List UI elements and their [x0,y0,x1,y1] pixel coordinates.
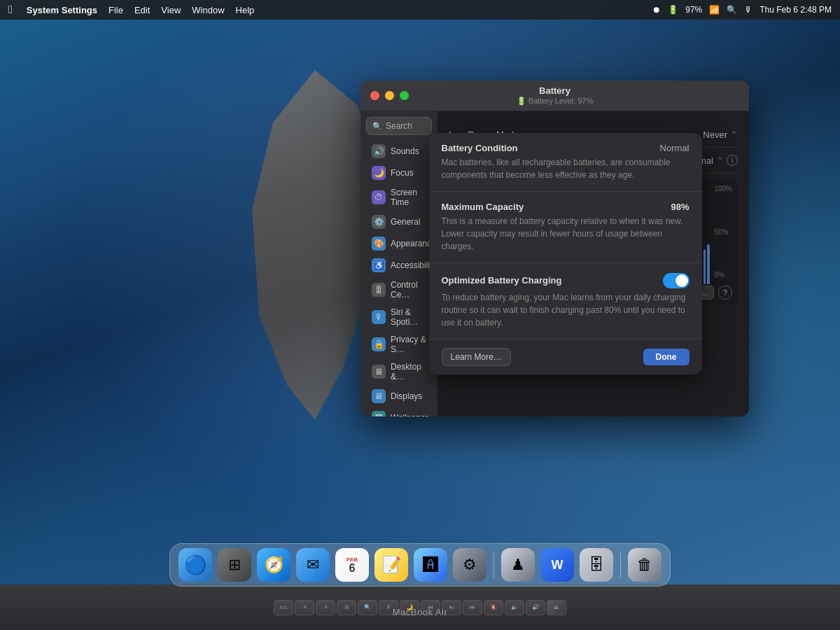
dock-item-word[interactable]: W [540,548,574,582]
close-button[interactable] [370,91,379,100]
privacy-icon: 🔒 [372,337,386,351]
sidebar-search-icon: 🔍 [372,122,382,131]
chart-bar-63 [707,244,710,284]
sidebar-item-accessibility[interactable]: ♿ Accessibility [365,255,433,276]
dock-item-trash[interactable]: 🗑 [628,548,662,582]
mail-icon: ✉ [307,556,319,574]
key-f11[interactable]: 🔉 [505,600,524,615]
dock-item-db[interactable]: 🗄 [580,548,613,582]
key-f1[interactable]: ☀ [295,600,314,615]
battery-menu-icon[interactable]: 🔋 [668,5,678,15]
dock-divider [493,552,494,578]
learn-more-button[interactable]: Learn More… [442,348,511,366]
search-menubar-icon[interactable]: 🔍 [727,5,737,15]
maximum-capacity-section: Maximum Capacity 98% This is a measure o… [429,192,702,263]
finder-icon: 🔵 [184,554,206,576]
maximum-capacity-desc: This is a measure of battery capacity re… [442,215,690,253]
menubar-time: Thu Feb 6 2:48 PM [760,5,832,15]
maximum-capacity-header: Maximum Capacity 98% [442,202,690,212]
menubar-app-name[interactable]: System Settings [27,5,97,15]
battery-condition-value: Normal [660,143,690,153]
chart-y-50: 50% [714,228,732,236]
dock-item-launchpad[interactable]: ⊞ [218,548,251,582]
key-f12[interactable]: 🔊 [526,600,545,615]
siri-icon[interactable]: 🎙 [744,5,752,15]
sidebar-item-general-label: General [391,217,421,227]
low-power-mode-value[interactable]: Never ⌃ [703,130,738,140]
controlcenter-icon: 🎛 [372,283,386,297]
launchpad-icon: ⊞ [228,556,241,574]
dock-item-finder[interactable]: 🔵 [178,548,212,582]
menubar-edit[interactable]: Edit [134,5,150,15]
dock-item-safari[interactable]: 🧭 [257,548,290,582]
optimized-charging-toggle[interactable] [663,273,690,288]
chart-y-0: 0% [714,271,732,279]
sidebar-search-input[interactable]: Search [386,121,412,131]
sidebar-item-wallpaper-label: Wallpaper [391,413,428,416]
calendar-day-icon: 6 [349,563,356,574]
wallpaper-icon: 🖼 [372,411,386,416]
maximum-capacity-value: 98% [671,202,689,212]
dock-item-settings[interactable]: ⚙ [453,548,486,582]
wifi-icon[interactable]: 📶 [709,5,720,15]
control-center-icon[interactable]: ⏺ [652,5,661,15]
trash-icon: 🗑 [637,556,652,574]
menubar-help[interactable]: Help [236,5,255,15]
key-f3[interactable]: ⊞ [337,600,356,615]
general-icon: ⚙️ [372,215,386,229]
menubar-view[interactable]: View [161,5,181,15]
sidebar-search-box[interactable]: 🔍 Search [366,117,432,135]
dock-item-appstore[interactable]: 🅰 [414,548,447,582]
chart-y-100: 100% [714,185,732,192]
key-f4[interactable]: 🔍 [358,600,377,615]
sidebar-item-privacy[interactable]: 🔒 Privacy & S… [365,331,433,358]
word-icon: W [552,558,564,573]
sidebar-item-siri[interactable]: 🎙 Siri & Spotl… [365,304,433,330]
sidebar-item-appearance[interactable]: 🎨 Appearance [365,233,433,254]
sidebar-item-desktop[interactable]: 🖥 Desktop &… [365,358,433,385]
appearance-icon: 🎨 [372,237,386,251]
minimize-button[interactable] [385,91,394,100]
sidebar-item-screentime[interactable]: ⏱ Screen Time [365,184,433,211]
notes-icon: 📝 [382,556,401,574]
settings-window: Battery 🔋 Battery Level: 97% 🔍 Search 🔊 … [360,80,749,416]
menubar-window[interactable]: Window [192,5,224,15]
siri-settings-icon: 🎙 [372,310,386,324]
settings-sidebar: 🔍 Search 🔊 Sounds 🌙 Focus ⏱ Screen Time … [360,111,438,416]
key-f10[interactable]: 🔇 [484,600,503,615]
key-esc[interactable]: esc [274,600,293,615]
done-button[interactable]: Done [643,349,690,365]
menubar-left:  System Settings File Edit View Window … [8,4,254,16]
key-f2[interactable]: ☀ [316,600,335,615]
window-subtitle: 🔋 Battery Level: 97% [517,97,593,106]
sidebar-item-displays[interactable]: 🖥 Displays [365,386,433,407]
key-f9[interactable]: ⏭ [463,600,482,615]
help-button[interactable]: ? [718,286,732,300]
sidebar-item-siri-label: Siri & Spotl… [391,307,426,327]
key-touchid-btn[interactable]: ⏏ [547,600,566,615]
menubar-file[interactable]: File [108,5,123,15]
settings-dock-icon: ⚙ [463,556,477,574]
screentime-icon: ⏱ [372,190,386,204]
battery-condition-header: Battery Condition Normal [442,143,690,153]
sidebar-item-sounds[interactable]: 🔊 Sounds [365,141,433,162]
accessibility-icon: ♿ [372,258,386,272]
window-title-area: Battery 🔋 Battery Level: 97% [517,85,593,106]
dock-item-mail[interactable]: ✉ [296,548,330,582]
sidebar-item-general[interactable]: ⚙️ General [365,211,433,232]
sidebar-item-wallpaper[interactable]: 🖼 Wallpaper [365,407,433,416]
maximize-button[interactable] [400,91,409,100]
optimized-charging-desc: To reduce battery aging, your Mac learns… [442,291,690,329]
modal-footer: Learn More… Done [429,340,702,374]
sidebar-item-controlcenter-label: Control Ce… [391,280,426,300]
sidebar-item-focus[interactable]: 🌙 Focus [365,162,433,183]
dock-item-calendar[interactable]: FEB 6 [335,548,369,582]
battery-health-info-btn[interactable]: i [727,155,738,166]
dock-item-notes[interactable]: 📝 [374,548,408,582]
window-titlebar: Battery 🔋 Battery Level: 97% [360,80,749,111]
appstore-icon: 🅰 [423,556,438,574]
sidebar-item-controlcenter[interactable]: 🎛 Control Ce… [365,276,433,303]
dock-item-chess[interactable]: ♟ [501,548,535,582]
battery-condition-title: Battery Condition [442,143,518,153]
apple-logo-icon[interactable]:  [8,4,13,16]
